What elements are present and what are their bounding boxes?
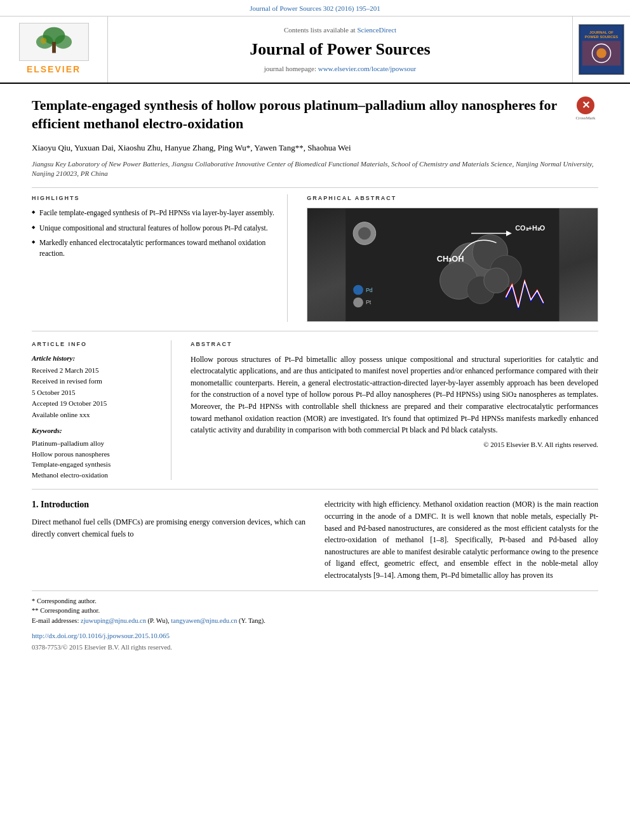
crossmark-circle: ✕ — [577, 97, 594, 114]
highlight-item-1: Facile template-engaged synthesis of Pt–… — [32, 208, 274, 218]
email2-person: (Y. Tang). — [239, 617, 265, 624]
svg-point-3 — [54, 36, 71, 49]
graphical-abstract-image: CO₂+H₂O CH₃OH — [307, 208, 598, 322]
email1-person: (P. Wu), — [148, 617, 170, 624]
issn-line: 0378-7753/© 2015 Elsevier B.V. All right… — [32, 643, 598, 653]
top-citation-bar: Journal of Power Sources 302 (2016) 195–… — [0, 0, 630, 17]
highlights-graphical-row: HIGHLIGHTS Facile template-engaged synth… — [32, 194, 598, 331]
svg-rect-4 — [52, 42, 56, 53]
graphical-abstract-column: GRAPHICAL ABSTRACT CO₂+H₂O — [307, 194, 598, 322]
journal-header: ELSEVIER Contents lists available at Sci… — [0, 17, 630, 84]
introduction-right: electricity with high efficiency. Methan… — [325, 498, 598, 581]
article-info-section-label: ARTICLE INFO — [32, 340, 161, 349]
main-content: Template-engaged synthesis of hollow por… — [0, 84, 630, 665]
footnote-corresponding-2: ** Corresponding author. — [32, 606, 598, 616]
homepage-link[interactable]: www.elsevier.com/locate/jpowsour — [318, 65, 416, 72]
history-label: Article history: — [32, 354, 161, 363]
history-item-3: 5 October 2015 — [32, 388, 161, 397]
svg-text:POWER SOURCES: POWER SOURCES — [585, 36, 619, 39]
footnote-corresponding-1: * Corresponding author. — [32, 596, 598, 606]
elsevier-logo-area: ELSEVIER — [0, 17, 108, 83]
keyword-3: Template-engaged synthesis — [32, 459, 161, 470]
highlights-section-label: HIGHLIGHTS — [32, 194, 274, 203]
svg-point-25 — [353, 285, 363, 295]
svg-text:Pt: Pt — [366, 299, 372, 305]
abstract-column: ABSTRACT Hollow porous structures of Pt–… — [191, 340, 598, 480]
keyword-1: Platinum–palladium alloy — [32, 438, 161, 449]
svg-point-19 — [484, 268, 509, 293]
svg-point-27 — [353, 297, 363, 307]
email-label: E-mail addresses: — [32, 617, 79, 624]
elsevier-text: ELSEVIER — [27, 63, 81, 76]
contents-line: Contents lists available at ScienceDirec… — [284, 25, 396, 35]
journal-cover-area: JOURNAL OF POWER SOURCES — [573, 17, 630, 83]
crossmark-label: CrossMark — [575, 116, 595, 122]
footnotes-area: * Corresponding author. ** Corresponding… — [32, 590, 598, 653]
svg-point-24 — [358, 227, 371, 240]
article-title-area: Template-engaged synthesis of hollow por… — [32, 97, 598, 133]
intro-heading: 1. Introduction — [32, 498, 305, 511]
graphical-abstract-section-label: GRAPHICAL ABSTRACT — [307, 194, 598, 203]
citation-link[interactable]: Journal of Power Sources 302 (2016) 195–… — [250, 4, 380, 12]
crossmark: ✕ CrossMark — [573, 97, 598, 122]
email-link-1[interactable]: zjuwuping@njnu.edu.cn — [81, 617, 146, 624]
article-title: Template-engaged synthesis of hollow por… — [32, 97, 598, 133]
journal-title-area: Contents lists available at ScienceDirec… — [108, 17, 573, 83]
intro-right-text: electricity with high efficiency. Methan… — [325, 498, 598, 581]
copyright-line: © 2015 Elsevier B.V. All rights reserved… — [191, 440, 598, 450]
crossmark-cross: ✕ — [582, 100, 590, 110]
email-link-2[interactable]: tangyawen@njnu.edu.cn — [171, 617, 237, 624]
history-item-5: Available online xxx — [32, 410, 161, 420]
svg-text:Pd: Pd — [366, 287, 373, 293]
history-item-2: Received in revised form — [32, 377, 161, 386]
elsevier-logo: ELSEVIER — [19, 23, 89, 76]
bottom-separator — [32, 489, 598, 490]
svg-point-5 — [40, 38, 46, 44]
journal-cover-image: JOURNAL OF POWER SOURCES — [579, 24, 624, 75]
separator-1 — [32, 187, 598, 188]
page-wrapper: Journal of Power Sources 302 (2016) 195–… — [0, 0, 630, 665]
intro-left-text: Direct methanol fuel cells (DMFCs) are p… — [32, 516, 305, 540]
history-item-1: Received 2 March 2015 — [32, 366, 161, 375]
contents-prefix: Contents lists available at — [284, 26, 357, 34]
highlight-item-2: Unique compositional and structural feat… — [32, 223, 274, 234]
highlights-list: Facile template-engaged synthesis of Pt–… — [32, 208, 274, 259]
homepage-prefix: journal homepage: — [264, 65, 318, 72]
history-item-4: Accepted 19 October 2015 — [32, 399, 161, 408]
introduction-section: 1. Introduction Direct methanol fuel cel… — [32, 498, 598, 581]
doi-line: http://dx.doi.org/10.1016/j.jpowsour.201… — [32, 631, 598, 641]
affiliation-line: Jiangsu Key Laboratory of New Power Batt… — [32, 159, 598, 179]
sciencedirect-link[interactable]: ScienceDirect — [357, 26, 396, 34]
article-info-column: ARTICLE INFO Article history: Received 2… — [32, 340, 171, 480]
abstract-text: Hollow porous structures of Pt–Pd bimeta… — [191, 354, 598, 436]
svg-text:JOURNAL OF: JOURNAL OF — [589, 30, 613, 34]
keyword-2: Hollow porous nanospheres — [32, 449, 161, 460]
journal-title: Journal of Power Sources — [250, 39, 430, 59]
svg-point-12 — [596, 48, 607, 58]
authors-line: Xiaoyu Qiu, Yuxuan Dai, Xiaoshu Zhu, Han… — [32, 142, 598, 154]
article-info-abstract-row: ARTICLE INFO Article history: Received 2… — [32, 340, 598, 480]
highlights-column: HIGHLIGHTS Facile template-engaged synth… — [32, 194, 288, 322]
abstract-section-label: ABSTRACT — [191, 340, 598, 349]
elsevier-logo-box — [19, 23, 89, 61]
doi-link[interactable]: http://dx.doi.org/10.1016/j.jpowsour.201… — [32, 632, 170, 639]
keyword-4: Methanol electro-oxidation — [32, 470, 161, 481]
svg-text:CO₂+H₂O: CO₂+H₂O — [516, 224, 546, 232]
introduction-left: 1. Introduction Direct methanol fuel cel… — [32, 498, 305, 581]
journal-homepage-line: journal homepage: www.elsevier.com/locat… — [264, 64, 416, 74]
footnote-email: E-mail addresses: zjuwuping@njnu.edu.cn … — [32, 616, 598, 626]
keywords-label: Keywords: — [32, 426, 161, 436]
highlight-item-3: Markedly enhanced electrocatalytic perfo… — [32, 237, 274, 258]
